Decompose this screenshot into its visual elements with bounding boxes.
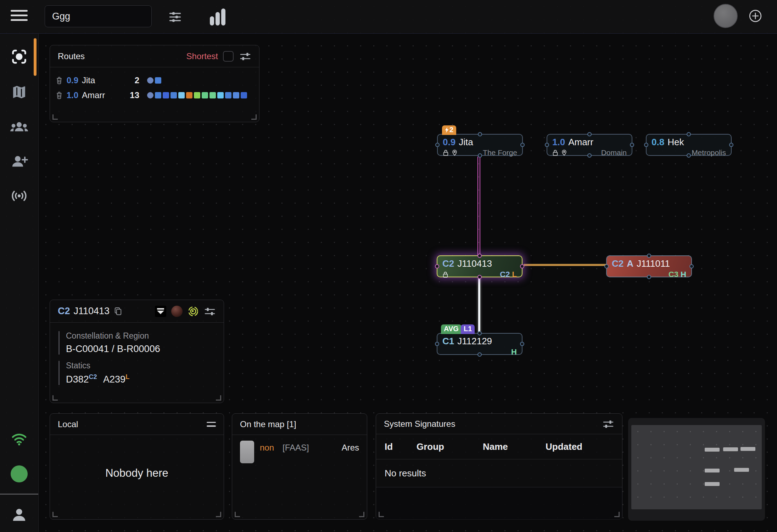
connector-handle[interactable] [687,153,691,158]
minimap-node-bar [705,448,720,452]
connector-handle[interactable] [729,143,733,147]
delete-route-icon[interactable] [56,77,63,84]
resize-handle[interactable] [251,114,257,120]
edge-j110413-j112129 [478,277,480,333]
connector-handle[interactable] [587,153,592,158]
system-node-j110413-selected[interactable]: C2 J110413 C2 L [437,255,522,277]
resize-handle[interactable] [235,512,240,517]
minimap-node-bar [705,482,720,486]
route-destination: Jita [82,75,95,85]
jump-chip [194,92,200,98]
sidebar-item-characters[interactable] [0,119,38,136]
map-overview-widget[interactable] [628,418,765,521]
statistics-icon[interactable] [208,7,227,27]
jump-chip [147,77,153,84]
constellation-region-value: B-C00041 / B-R00006 [66,344,224,355]
column-updated[interactable]: Updated [546,441,614,452]
l1-badge: L1 [461,324,475,334]
system-name: Jita [459,137,473,148]
connector-handle[interactable] [604,264,609,268]
statics-summary: C3 H [669,270,686,279]
signatures-settings-icon[interactable] [602,418,614,430]
wormhole-class: C2 [442,258,454,269]
system-node-j111011[interactable]: C2 A J111011 C3 H [606,255,692,277]
delete-route-icon[interactable] [56,91,63,99]
minimap-node-bar [705,469,720,472]
jump-chip [171,92,177,98]
connector-handle[interactable] [477,331,482,335]
connector-handle[interactable] [647,254,651,258]
route-jump-count: 2 [125,75,139,85]
connector-handle[interactable] [689,264,694,268]
info-settings-icon[interactable] [204,306,216,317]
menu-icon[interactable] [11,10,28,23]
routes-settings-icon[interactable] [239,51,251,62]
system-effect-icon[interactable] [188,306,199,317]
connector-handle[interactable] [478,153,482,158]
connector-handle[interactable] [478,132,482,136]
system-name: Hek [667,137,684,148]
lock-icon [443,149,449,156]
connector-handle[interactable] [477,275,482,279]
connector-handle[interactable] [545,143,549,147]
connector-handle[interactable] [687,132,691,136]
lock-icon [552,149,558,156]
resize-handle[interactable] [52,395,58,401]
map-overview-canvas[interactable] [631,425,762,509]
on-the-map-title: On the map [1] [240,419,296,429]
map-name-input[interactable] [45,5,152,27]
planet-thumbnail[interactable] [171,306,183,317]
route-mode-checkbox[interactable] [223,51,234,62]
resize-handle[interactable] [614,512,620,517]
connector-handle[interactable] [435,143,440,147]
connector-handle[interactable] [477,254,482,258]
connector-handle[interactable] [520,342,524,346]
resize-handle[interactable] [52,512,58,517]
connector-handle[interactable] [587,132,592,136]
system-node-j112129[interactable]: AVG L1 C1 J112129 H [437,333,522,355]
resize-handle[interactable] [216,395,221,401]
resize-handle[interactable] [216,512,221,517]
pilot-portrait [240,441,254,463]
connector-handle[interactable] [647,275,651,279]
pilot-row[interactable]: non [FAAS] Ares [232,435,367,469]
sidebar-item-signals[interactable] [0,187,38,205]
routes-title: Routes [58,51,85,61]
resize-handle[interactable] [52,114,58,120]
route-row-amarr[interactable]: 1.0 Amarr 13 [50,88,259,103]
system-node-jita[interactable]: 2 0.9 Jita The Forge [437,134,523,156]
resize-handle[interactable] [379,512,384,517]
map-filter-icon[interactable] [167,9,183,25]
connector-handle[interactable] [520,143,525,147]
sidebar-item-profile[interactable] [0,506,38,525]
sidebar-item-add-character[interactable] [0,153,38,170]
user-avatar[interactable] [714,4,738,28]
statics-summary: C2 L [500,270,517,279]
local-menu-icon[interactable] [207,422,216,427]
system-node-amarr[interactable]: 1.0 Amarr Domain [547,134,632,156]
online-status-dot [0,465,38,483]
collapse-class-icon[interactable] [155,306,166,317]
connector-handle[interactable] [435,342,439,346]
connector-handle[interactable] [644,143,648,147]
column-group[interactable]: Group [417,441,483,452]
security-status: 0.8 [652,137,664,148]
system-tag: A [627,258,633,269]
add-map-icon[interactable] [749,9,762,23]
column-id[interactable]: Id [385,441,417,452]
sidebar-item-map[interactable] [0,83,38,101]
connector-handle[interactable] [630,143,634,147]
jump-chip [241,92,247,98]
minimap-node-bar [734,468,749,472]
connector-handle[interactable] [520,264,524,268]
column-name[interactable]: Name [483,441,546,452]
route-jump-count: 13 [125,90,139,100]
connector-handle[interactable] [477,352,482,357]
copy-icon[interactable] [114,307,122,316]
sidebar-item-focus[interactable] [0,47,38,66]
route-row-jita[interactable]: 0.9 Jita 2 [50,73,259,88]
connector-handle[interactable] [435,264,439,268]
system-node-hek[interactable]: 0.8 Hek Metropolis [646,134,732,156]
route-mode-label[interactable]: Shortest [186,51,218,61]
resize-handle[interactable] [359,512,364,517]
